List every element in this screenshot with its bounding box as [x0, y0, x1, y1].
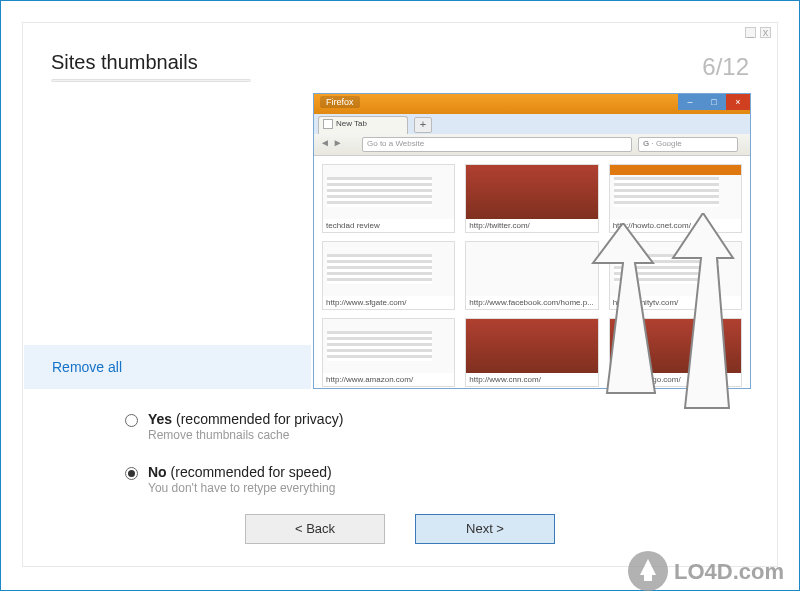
preview-titlebar: Firefox – □ × — [314, 94, 750, 114]
wizard-buttons: < Back Next > — [23, 514, 777, 544]
title-underline — [51, 79, 251, 82]
preview-thumbnail-grid: techdad review http://twitter.com/ http:… — [322, 164, 742, 387]
preview-toolbar: ◄ ► Go to a Website G · Google — [314, 134, 750, 156]
preview-window-buttons: – □ × — [678, 94, 750, 110]
option-no-bold: No — [148, 464, 167, 480]
option-no-text: No (recommended for speed) You don't hav… — [148, 464, 335, 495]
preview-search-placeholder: Google — [656, 139, 682, 148]
preview-newtab-icon: + — [414, 117, 432, 133]
preview-min-icon: – — [678, 94, 702, 110]
preview-address-bar: Go to a Website — [362, 137, 632, 152]
preview-thumbnail: http://espn.go.com/ — [609, 318, 742, 387]
page-title: Sites thumbnails — [51, 51, 198, 74]
preview-thumbnail: http://www.amazon.com/ — [322, 318, 455, 387]
option-no-sub: You don't have to retype everything — [148, 481, 335, 495]
preview-back-icon: ◄ — [320, 137, 330, 148]
preview-browser-name: Firefox — [320, 96, 360, 108]
preview-content: techdad review http://twitter.com/ http:… — [314, 156, 750, 389]
options-group: Yes (recommended for privacy) Remove thu… — [125, 411, 343, 517]
radio-yes[interactable] — [125, 414, 138, 427]
preview-nav-icons: ◄ ► — [320, 137, 343, 148]
option-yes[interactable]: Yes (recommended for privacy) Remove thu… — [125, 411, 343, 442]
thumb-caption: http://www.amazon.com/ — [323, 373, 454, 386]
option-no[interactable]: No (recommended for speed) You don't hav… — [125, 464, 343, 495]
thumb-caption: http://xfinitytv.com/ — [610, 296, 741, 309]
thumb-caption: http://espn.go.com/ — [610, 373, 741, 386]
browser-preview: Firefox – □ × New Tab + ◄ ► Go to a Webs… — [313, 93, 751, 389]
remove-all-link[interactable]: Remove all — [52, 359, 122, 375]
radio-no[interactable] — [125, 467, 138, 480]
thumb-caption: techdad review — [323, 219, 454, 232]
preview-thumbnail: techdad review — [322, 164, 455, 233]
option-yes-text: Yes (recommended for privacy) Remove thu… — [148, 411, 343, 442]
back-button[interactable]: < Back — [245, 514, 385, 544]
thumb-caption: http://www.facebook.com/home.p... — [466, 296, 597, 309]
preview-thumbnail: http://howto.cnet.com/ — [609, 164, 742, 233]
preview-thumbnail: http://www.sfgate.com/ — [322, 241, 455, 310]
thumb-caption: http://howto.cnet.com/ — [610, 219, 741, 232]
step-counter: 6/12 — [702, 53, 749, 81]
next-button[interactable]: Next > — [415, 514, 555, 544]
minimize-icon[interactable]: _ — [745, 27, 756, 38]
preview-close-icon: × — [726, 94, 750, 110]
thumb-caption: http://twitter.com/ — [466, 219, 597, 232]
option-no-rest: (recommended for speed) — [167, 464, 332, 480]
watermark-text: LO4D.com — [674, 559, 784, 584]
preview-max-icon: □ — [702, 94, 726, 110]
wizard-panel: _ x Sites thumbnails 6/12 Firefox – □ × … — [22, 22, 778, 567]
preview-tabbar: New Tab + — [314, 114, 750, 134]
preview-thumbnail: http://xfinitytv.com/ — [609, 241, 742, 310]
preview-thumbnail: http://www.facebook.com/home.p... — [465, 241, 598, 310]
preview-thumbnail: http://twitter.com/ — [465, 164, 598, 233]
option-yes-bold: Yes — [148, 411, 172, 427]
thumb-caption: http://www.cnn.com/ — [466, 373, 597, 386]
remove-all-band: Remove all — [24, 345, 311, 389]
preview-thumbnail: http://www.cnn.com/ — [465, 318, 598, 387]
option-yes-sub: Remove thumbnails cache — [148, 428, 343, 442]
window-controls: _ x — [745, 27, 771, 38]
close-icon[interactable]: x — [760, 27, 771, 38]
preview-fwd-icon: ► — [333, 137, 343, 148]
svg-rect-4 — [644, 571, 652, 581]
preview-tab: New Tab — [318, 116, 408, 134]
preview-search-engine-icon: G — [643, 139, 649, 148]
option-yes-rest: (recommended for privacy) — [172, 411, 343, 427]
preview-search-box: G · Google — [638, 137, 738, 152]
watermark-logo: LO4D.com — [620, 541, 800, 591]
thumb-caption: http://www.sfgate.com/ — [323, 296, 454, 309]
